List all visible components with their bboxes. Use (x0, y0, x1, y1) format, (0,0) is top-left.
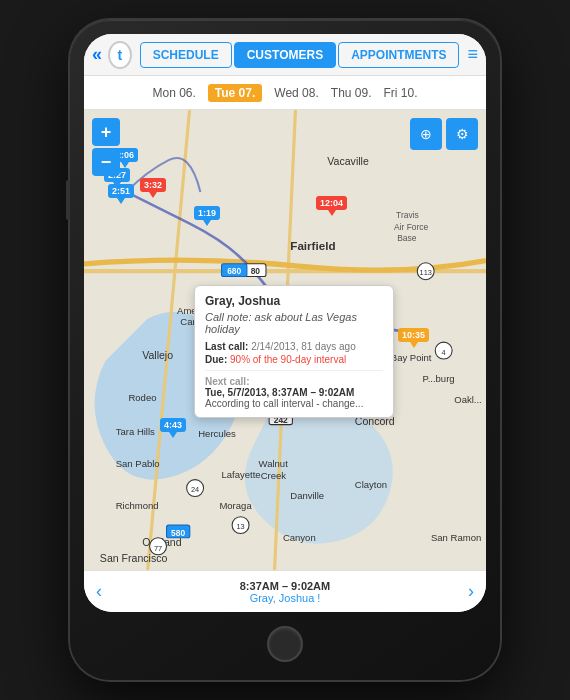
popup-call-note: Call note: ask about Las Vegas holiday (205, 311, 383, 335)
map-area[interactable]: Vacaville Fairfield Travis Air Force Bas… (84, 110, 486, 570)
marker-triangle (117, 198, 125, 204)
marker-label: 4:43 (160, 418, 186, 432)
tab-schedule[interactable]: SCHEDULE (140, 42, 232, 68)
side-button (66, 180, 70, 220)
marker-label: 2:51 (108, 184, 134, 198)
svg-text:P...burg: P...burg (423, 373, 455, 384)
location-icon: ⊕ (420, 126, 432, 142)
svg-text:4: 4 (442, 348, 446, 357)
popup-due-percent: 90% (230, 354, 250, 365)
marker-triangle (328, 210, 336, 216)
marker-label: 1:19 (194, 206, 220, 220)
popup-divider (205, 370, 383, 371)
marker-triangle (410, 342, 418, 348)
app-logo: t (108, 41, 132, 69)
svg-text:Oakl...: Oakl... (454, 394, 482, 405)
svg-text:Vacaville: Vacaville (327, 155, 369, 167)
date-mon[interactable]: Mon 06. (152, 86, 195, 100)
marker-m4[interactable]: 3:32 (140, 178, 166, 198)
marker-m6[interactable]: 12:04 (316, 196, 347, 216)
date-thu[interactable]: Thu 09. (331, 86, 372, 100)
marker-m3[interactable]: 2:51 (108, 184, 134, 204)
svg-text:Lafayette: Lafayette (222, 469, 261, 480)
svg-text:San Ramon: San Ramon (431, 532, 481, 543)
home-button[interactable] (267, 626, 303, 662)
tablet-screen: « t SCHEDULE CUSTOMERS APPOINTMENTS ≡ Mo… (84, 34, 486, 612)
marker-label: 3:32 (140, 178, 166, 192)
home-area (84, 612, 486, 666)
zoom-in-button[interactable]: + (92, 118, 120, 146)
popup-next-label: Next call: (205, 376, 383, 387)
tab-appointments[interactable]: APPOINTMENTS (338, 42, 459, 68)
popup-next-time: Tue, 5/7/2013, 8:37AM – 9:02AM (205, 387, 383, 398)
marker-m11[interactable]: 4:43 (160, 418, 186, 438)
svg-text:580: 580 (171, 528, 185, 538)
logo-letter: t (118, 47, 123, 63)
date-wed[interactable]: Wed 08. (274, 86, 318, 100)
back-icon: « (92, 44, 102, 65)
bottom-name[interactable]: Gray, Joshua ! (102, 592, 468, 604)
marker-m5[interactable]: 1:19 (194, 206, 220, 226)
date-bar: Mon 06. Tue 07. Wed 08. Thu 09. Fri 10. (84, 76, 486, 110)
svg-text:680: 680 (227, 266, 241, 276)
svg-text:Hercules: Hercules (198, 428, 236, 439)
bottom-bar: ‹ 8:37AM – 9:02AM Gray, Joshua ! › (84, 570, 486, 612)
popup-due-label: Due: (205, 354, 227, 365)
top-navigation-bar: « t SCHEDULE CUSTOMERS APPOINTMENTS ≡ (84, 34, 486, 76)
back-button[interactable]: « (92, 44, 102, 65)
svg-text:Travis: Travis (396, 210, 419, 220)
customer-popup[interactable]: Gray, Joshua Call note: ask about Las Ve… (194, 285, 394, 418)
svg-text:Base: Base (397, 233, 417, 243)
svg-text:Creek: Creek (261, 470, 287, 481)
next-button[interactable]: › (468, 581, 474, 602)
settings-button[interactable]: ⚙ (446, 118, 478, 150)
marker-m12[interactable]: 10:35 (398, 328, 429, 348)
svg-text:Air Force: Air Force (394, 222, 429, 232)
popup-due-interval: the 90-day interval (264, 354, 346, 365)
svg-text:Fairfield: Fairfield (290, 239, 335, 252)
popup-last-call: Last call: 2/14/2013, 81 days ago (205, 341, 383, 352)
svg-text:Tara Hills: Tara Hills (116, 426, 155, 437)
location-button[interactable]: ⊕ (410, 118, 442, 150)
svg-text:Moraga: Moraga (219, 500, 252, 511)
marker-label: 10:35 (398, 328, 429, 342)
svg-text:113: 113 (420, 268, 432, 277)
svg-text:Danville: Danville (290, 490, 324, 501)
svg-text:77: 77 (154, 544, 162, 553)
svg-text:Clayton: Clayton (355, 479, 387, 490)
marker-triangle (203, 220, 211, 226)
svg-text:Vallejo: Vallejo (142, 349, 173, 361)
tablet-device: « t SCHEDULE CUSTOMERS APPOINTMENTS ≡ Mo… (70, 20, 500, 680)
svg-text:24: 24 (191, 485, 199, 494)
svg-text:80: 80 (251, 266, 261, 276)
zoom-out-button[interactable]: − (92, 148, 120, 176)
svg-text:13: 13 (236, 522, 244, 531)
svg-text:Richmond: Richmond (116, 500, 159, 511)
popup-customer-name: Gray, Joshua (205, 294, 383, 308)
tab-customers[interactable]: CUSTOMERS (234, 42, 336, 68)
date-tue[interactable]: Tue 07. (208, 84, 262, 102)
svg-text:Walnut: Walnut (259, 458, 289, 469)
marker-label: 12:04 (316, 196, 347, 210)
svg-text:Rodeo: Rodeo (128, 392, 156, 403)
svg-text:San Pablo: San Pablo (116, 458, 160, 469)
marker-triangle (149, 192, 157, 198)
nav-tabs: SCHEDULE CUSTOMERS APPOINTMENTS (140, 42, 460, 68)
bottom-time: 8:37AM – 9:02AM (102, 580, 468, 592)
marker-triangle (169, 432, 177, 438)
svg-text:Bay Point: Bay Point (391, 352, 432, 363)
date-fri[interactable]: Fri 10. (384, 86, 418, 100)
svg-text:Canyon: Canyon (283, 532, 316, 543)
settings-icon: ⚙ (456, 126, 469, 142)
map-zoom-controls: + − (92, 118, 120, 176)
menu-icon[interactable]: ≡ (467, 44, 478, 65)
map-action-controls: ⊕ ⚙ (410, 118, 478, 150)
popup-due: Due: 90% of the 90-day interval (205, 354, 383, 365)
bottom-info: 8:37AM – 9:02AM Gray, Joshua ! (102, 580, 468, 604)
popup-interval-note: According to call interval - change... (205, 398, 383, 409)
